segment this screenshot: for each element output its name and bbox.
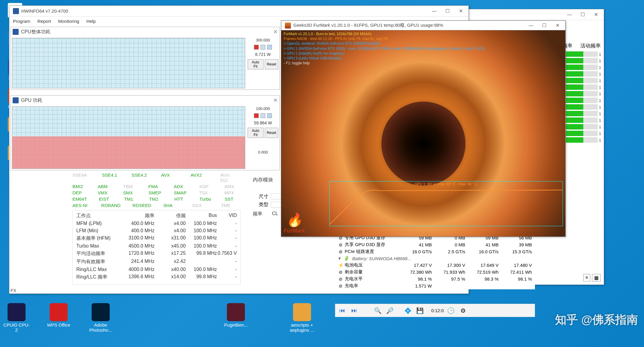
furmark-temp-graph: GPU 1: 80° C (min: 53° C - max: 80° C) (329, 181, 563, 226)
core-freq-bar: 1 (566, 78, 602, 83)
active-freq-col-label: 活动频率 (580, 42, 601, 49)
menu-item[interactable]: Monitoring (58, 19, 79, 24)
core-freq-bar: 1 (566, 117, 602, 123)
sensor-row[interactable]: ⊘PCIe 链路速度16.0 GT/s2.5 GT/s16.0 GT/s15.3… (335, 248, 535, 255)
close-button[interactable]: ✕ (589, 10, 603, 19)
series-swatch-red (254, 113, 259, 118)
menu-item[interactable]: Report (38, 19, 51, 24)
cpu-feature: SHA (163, 203, 180, 208)
menu-item[interactable]: Help (87, 19, 96, 24)
cpu-features-grid: SSE4ASSE4.1SSE4.2AVXAVX2AVX-512BMI2ABMTB… (72, 172, 238, 209)
cpu-feature: TM1 (124, 196, 137, 202)
cpu-feature: TM2 (149, 196, 163, 202)
cpu-feature: AVX2 (191, 172, 208, 183)
sensor-icon: ⊘ (338, 269, 343, 275)
cpu-feature: AMX (224, 184, 238, 189)
log-button[interactable]: 💠 (403, 306, 413, 315)
sensor-row[interactable]: ⊘充电水平98.1 %97.5 %98.3 %98.1 % (335, 275, 535, 282)
sensor-timer: 0:12:0 (431, 308, 444, 313)
sensor-row[interactable]: ⊘剩余容量72.380 Wh71.933 Wh72.519 Wh72.411 W… (335, 269, 535, 275)
sensor-row[interactable]: ⊘共享 GPU D3D 显存41 MB0 MB41 MB39 MB (335, 241, 535, 248)
core-freq-bar: 1 (566, 111, 602, 116)
core-freq-bar: 1 (566, 137, 602, 143)
sensor-icon: ⊘ (338, 276, 343, 282)
close-button[interactable]: ✕ (551, 21, 564, 30)
series-swatch-red (254, 45, 259, 50)
graph-icon (13, 29, 19, 35)
zhihu-watermark: 知乎 @佛系指南 (555, 312, 638, 327)
close-button[interactable]: ✕ (454, 7, 467, 16)
cpu-feature: SGX (192, 203, 209, 208)
nav-next-button[interactable]: ⏭ (349, 306, 359, 315)
desktop-app-shortcut[interactable]: WPS Office (45, 303, 72, 333)
sensor-icon: ⊘ (338, 283, 343, 289)
desktop-app-label: PugetBen... (222, 322, 249, 327)
series-swatch-lightblue (267, 113, 272, 118)
sensor-icon: ⚡ (338, 263, 343, 268)
type-label: 类型 (259, 202, 268, 208)
autofit-button[interactable]: Auto Fit (248, 59, 264, 69)
desktop-app-shortcut[interactable]: Adobe Photosho... (87, 303, 114, 333)
minimize-button[interactable]: — (563, 10, 576, 19)
cpu-feature: RDSEED (133, 203, 151, 208)
cpu-feature: HTT (174, 196, 188, 202)
cpu-feature: FMA (148, 184, 162, 189)
series-swatch-blue (261, 45, 265, 50)
maximize-button[interactable]: ☐ (538, 21, 551, 30)
view-list-icon[interactable]: ≡ (583, 274, 590, 282)
sensor-toolbar: ⏮ ⏭ 🔍 🔎 💠 💾 0:12:0 🕒 ⚙ (335, 304, 535, 317)
cpu-feature: TSX (199, 190, 212, 195)
furmark-osd-line: > GPU 2 (Intel(R) Iris(R) Xe Graphics) (284, 51, 484, 56)
cpu-graph-max: 300.000 (248, 38, 278, 42)
sensor-row[interactable]: ⊘充电率1.571 W (335, 282, 535, 289)
cpu-feature: RDRAND (101, 203, 121, 208)
furmark-osd-line: > OpenGL renderer: NVIDIA GeForce RTX 20… (284, 41, 484, 46)
close-icon[interactable]: ✕ (273, 29, 278, 35)
battery-icon: 🔋 (343, 256, 349, 261)
cpu-feature: SMAP (174, 190, 187, 195)
furmark-osd-line: > GPU 1 (NVIDIA GeForce RTX 2050) - core… (284, 46, 484, 51)
zoom-out-icon[interactable]: 🔎 (385, 306, 395, 315)
minimize-button[interactable]: — (428, 7, 441, 16)
clock-icon[interactable]: 🕒 (446, 306, 456, 315)
furmark-osd-line: Frames:54038 - time:00:11:20 - FPS:81 (m… (284, 36, 484, 41)
cpu-feature: AES-NI (72, 203, 89, 208)
chevron-down-icon: ▾ (338, 256, 340, 261)
cpu-graph-canvas (12, 38, 245, 88)
reset-button[interactable]: Reset (265, 128, 278, 138)
furmark-osd-line: - F1: toggle help (284, 61, 484, 65)
cpu-feature: Turbo (200, 196, 213, 202)
cpu-feature: SST (224, 196, 238, 202)
menu-item[interactable]: Program (13, 19, 30, 24)
cpu-power-graph-window: CPU整体功耗 ✕ 300.000 8.721 W Auto Fit Reset (11, 27, 280, 90)
save-button[interactable]: 💾 (415, 306, 425, 315)
reset-button[interactable]: Reset (265, 59, 278, 69)
furmark-window: Geeks3D FurMark v1.20.1.0 - 81FPS, GPU1 … (281, 20, 566, 237)
sensor-group[interactable]: ▾🔋Battery: SUNWODA HB668... (335, 255, 535, 262)
gpu-power-value: 59.864 W (248, 120, 278, 125)
cpu-feature: ADX (174, 184, 187, 189)
desktop-app-label: WPS Office (45, 322, 72, 327)
core-freq-bar: 1 (566, 91, 602, 96)
cpu-feature: EIST (99, 196, 112, 202)
furmark-osd-line: FurMark v1.20.1.0 - Burn-in test, 1024x7… (284, 32, 484, 36)
view-grid-icon[interactable]: ▦ (592, 274, 601, 282)
maximize-button[interactable]: ☐ (441, 7, 454, 16)
close-icon[interactable]: ✕ (273, 97, 278, 104)
nav-first-button[interactable]: ⏮ (337, 306, 347, 315)
autofit-button[interactable]: Auto Fit (248, 128, 264, 138)
desktop-app-shortcut[interactable]: CPUID CPU-Z (3, 303, 30, 333)
cpu-feature: SMX (123, 190, 136, 195)
desktop-app-shortcut[interactable]: PugetBen... (222, 303, 249, 333)
sensor-row[interactable]: ⚡电池电压17.427 V17.300 V17.649 V17.480 V (335, 262, 535, 269)
maximize-button[interactable]: ☐ (576, 10, 589, 19)
minimize-button[interactable]: — (524, 21, 538, 30)
furmark-title: Geeks3D FurMark v1.20.1.0 - 81FPS, GPU1 … (293, 23, 524, 28)
desktop-app-shortcut[interactable]: aescripts + aeplugins ... (288, 303, 316, 333)
cpu-feature: BMI2 (72, 184, 86, 189)
cpu-clock-table: 工作点频率倍频BusVIDMFM (LPM)400.0 MHzx4.00100.… (72, 210, 241, 285)
settings-icon[interactable]: ⚙ (458, 306, 468, 315)
zoom-in-icon[interactable]: 🔍 (373, 306, 383, 315)
gpu-power-graph-window: GPU 功耗 ✕ 100.000 59.864 W Auto Fit Reset (11, 95, 280, 170)
hwinfo-icon (13, 8, 19, 14)
